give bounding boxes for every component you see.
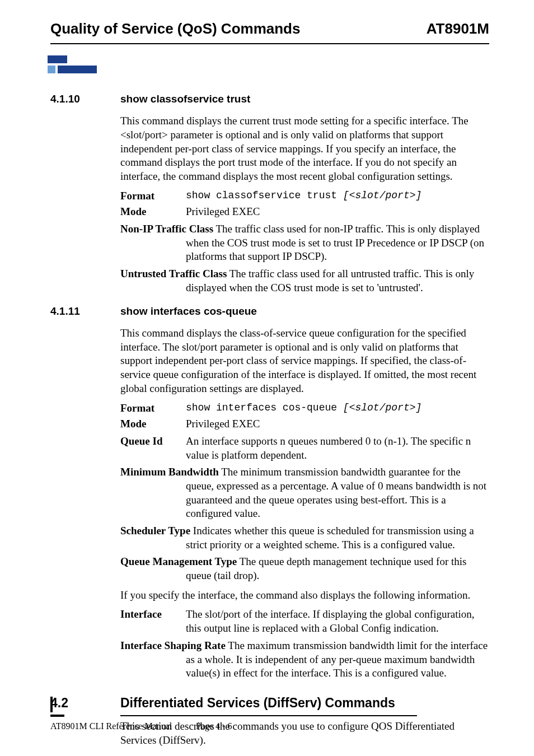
interface-value: The slot/port of the interface. If displ… (186, 608, 489, 635)
qmt-rest: queue (tail drop). (186, 569, 489, 583)
qmt-first: The queue depth management technique use… (237, 556, 466, 567)
nonip-rest: when the COS trust mode is set to trust … (186, 236, 489, 264)
minbw-first: The minimum transmission bandwidth guara… (219, 466, 461, 478)
shape-rest: as a whole. It is independent of any per… (186, 653, 489, 680)
scheduler-type-def: Scheduler Type Indicates whether this qu… (120, 524, 489, 552)
format-row: Format show interfaces cos-queue [<slot/… (120, 402, 489, 416)
page: Quality of Service (QoS) Commands AT8901… (0, 0, 534, 756)
header-title-right: AT8901M (427, 20, 489, 39)
nonip-traffic-class-def: Non-IP Traffic Class The traffic class u… (120, 222, 489, 264)
sched-rest: strict priority or a weighted scheme. Th… (186, 538, 489, 552)
intro-paragraph: This command displays the class-of-servi… (120, 326, 489, 395)
queue-id-row: Queue Id An interface supports n queues … (120, 435, 489, 462)
interface-label: Interface (120, 608, 186, 635)
interface-row: Interface The slot/port of the interface… (120, 608, 489, 635)
format-label: Format (120, 189, 186, 203)
queue-id-value: An interface supports n queues numbered … (186, 435, 489, 462)
footer-page-number: Page 4 - 6 (196, 721, 489, 732)
section-heading-4111: 4.1.11 show interfaces cos-queue (50, 305, 489, 319)
format-row: Format show classofservice trust [<slot/… (120, 189, 489, 203)
nonip-label: Non-IP Traffic Class (120, 223, 213, 235)
footer-rule (50, 697, 489, 717)
header-title-left: Quality of Service (QoS) Commands (50, 20, 300, 39)
mode-value: Privileged EXEC (186, 417, 489, 431)
logo (48, 55, 489, 77)
section-4111-content: This command displays the class-of-servi… (120, 326, 489, 680)
sched-first: Indicates whether this queue is schedule… (190, 525, 474, 536)
format-value: show interfaces cos-queue [<slot/port>] (186, 402, 489, 416)
intro-paragraph: This command displays the current trust … (120, 114, 489, 183)
interface-shaping-rate-def: Interface Shaping Rate The maximum trans… (120, 639, 489, 680)
format-command: show interfaces cos-queue (186, 402, 343, 413)
section-number: 4.1.10 (50, 92, 120, 106)
shape-label: Interface Shaping Rate (120, 640, 226, 651)
page-body: 4.1.10 show classofservice trust This co… (50, 92, 489, 747)
section-4110-content: This command displays the current trust … (120, 114, 489, 295)
format-command: show classofservice trust (186, 190, 343, 201)
mode-row: Mode Privileged EXEC (120, 417, 489, 431)
untrusted-rest: displayed when the COS trust mode is set… (186, 281, 489, 295)
mode-row: Mode Privileged EXEC (120, 205, 489, 219)
format-label: Format (120, 402, 186, 416)
untrusted-label: Untrusted Traffic Class (120, 268, 227, 279)
queue-mgmt-type-def: Queue Management Type The queue depth ma… (120, 555, 489, 582)
footer-left: AT8901M CLI Reference Manual (50, 721, 196, 732)
untrusted-first: The traffic class used for all untrusted… (227, 268, 474, 279)
mode-label: Mode (120, 205, 186, 219)
format-arg: [<slot/port>] (343, 190, 421, 201)
mode-label: Mode (120, 417, 186, 431)
format-arg: [<slot/port>] (343, 402, 421, 413)
minbw-label: Minimum Bandwidth (120, 466, 219, 478)
extra-info: If you specify the interface, the comman… (120, 589, 489, 603)
format-value: show classofservice trust [<slot/port>] (186, 189, 489, 203)
nonip-first: The traffic class used for non-IP traffi… (213, 223, 480, 235)
min-bandwidth-def: Minimum Bandwidth The minimum transmissi… (120, 465, 489, 521)
shape-first: The maximum transmission bandwidth limit… (226, 640, 488, 651)
page-footer: AT8901M CLI Reference Manual Page 4 - 6 (50, 721, 489, 732)
page-header: Quality of Service (QoS) Commands AT8901… (50, 20, 489, 44)
section-number: 4.1.11 (50, 305, 120, 319)
section-title: show interfaces cos-queue (120, 305, 489, 319)
queue-id-label: Queue Id (120, 435, 186, 462)
mode-value: Privileged EXEC (186, 205, 489, 219)
untrusted-traffic-class-def: Untrusted Traffic Class The traffic clas… (120, 267, 489, 295)
minbw-rest: queue, expressed as a percentage. A valu… (186, 479, 489, 521)
logo-icon (48, 55, 97, 73)
qmt-label: Queue Management Type (120, 556, 237, 567)
sched-label: Scheduler Type (120, 525, 190, 536)
section-heading-4110: 4.1.10 show classofservice trust (50, 92, 489, 106)
section-title: show classofservice trust (120, 92, 489, 106)
